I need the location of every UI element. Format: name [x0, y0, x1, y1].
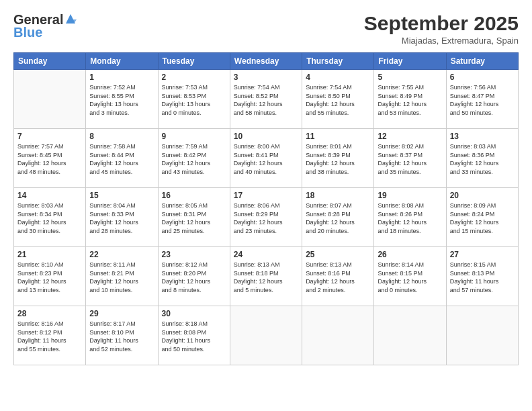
day-number: 27 — [450, 250, 515, 259]
day-header-thursday: Thursday — [302, 53, 374, 70]
calendar-cell: 4Sunrise: 7:54 AM Sunset: 8:50 PM Daylig… — [302, 70, 374, 129]
day-info: Sunrise: 8:16 AM Sunset: 8:12 PM Dayligh… — [17, 320, 82, 353]
calendar-cell: 8Sunrise: 7:58 AM Sunset: 8:44 PM Daylig… — [86, 129, 158, 188]
calendar-header-row: SundayMondayTuesdayWednesdayThursdayFrid… — [14, 53, 519, 70]
calendar-cell: 1Sunrise: 7:52 AM Sunset: 8:55 PM Daylig… — [86, 70, 158, 129]
day-header-saturday: Saturday — [446, 53, 518, 70]
day-header-wednesday: Wednesday — [230, 53, 302, 70]
day-number: 24 — [234, 250, 298, 259]
day-number: 13 — [450, 132, 515, 141]
day-info: Sunrise: 8:07 AM Sunset: 8:28 PM Dayligh… — [306, 201, 370, 235]
calendar-cell: 3Sunrise: 7:54 AM Sunset: 8:52 PM Daylig… — [230, 70, 302, 129]
day-info: Sunrise: 8:02 AM Sunset: 8:37 PM Dayligh… — [378, 142, 442, 176]
day-info: Sunrise: 8:08 AM Sunset: 8:26 PM Dayligh… — [378, 201, 442, 235]
calendar-cell: 30Sunrise: 8:18 AM Sunset: 8:08 PM Dayli… — [158, 306, 230, 365]
day-number: 12 — [378, 132, 442, 141]
day-number: 9 — [162, 132, 226, 141]
calendar-cell: 26Sunrise: 8:14 AM Sunset: 8:15 PM Dayli… — [374, 247, 446, 306]
day-number: 25 — [306, 250, 370, 259]
day-number: 11 — [306, 132, 370, 141]
day-number: 20 — [450, 191, 515, 200]
title-block: September 2025 Miajadas, Extremadura, Sp… — [364, 12, 519, 46]
logo: General Blue — [13, 12, 77, 40]
day-number: 23 — [162, 250, 226, 259]
day-number: 15 — [89, 191, 154, 200]
day-info: Sunrise: 8:06 AM Sunset: 8:29 PM Dayligh… — [234, 201, 298, 235]
calendar-cell: 10Sunrise: 8:00 AM Sunset: 8:41 PM Dayli… — [230, 129, 302, 188]
calendar-cell: 13Sunrise: 8:03 AM Sunset: 8:36 PM Dayli… — [446, 129, 518, 188]
day-number: 28 — [17, 309, 82, 318]
calendar-cell — [302, 306, 374, 365]
calendar-cell — [230, 306, 302, 365]
calendar-cell: 16Sunrise: 8:05 AM Sunset: 8:31 PM Dayli… — [158, 188, 230, 247]
calendar-cell: 29Sunrise: 8:17 AM Sunset: 8:10 PM Dayli… — [86, 306, 158, 365]
calendar-cell: 28Sunrise: 8:16 AM Sunset: 8:12 PM Dayli… — [14, 306, 86, 365]
calendar-cell: 23Sunrise: 8:12 AM Sunset: 8:20 PM Dayli… — [158, 247, 230, 306]
calendar-cell — [446, 306, 518, 365]
day-info: Sunrise: 8:03 AM Sunset: 8:34 PM Dayligh… — [17, 201, 82, 235]
calendar-week-4: 28Sunrise: 8:16 AM Sunset: 8:12 PM Dayli… — [14, 306, 519, 365]
logo-blue: Blue — [13, 25, 42, 40]
calendar-cell: 22Sunrise: 8:11 AM Sunset: 8:21 PM Dayli… — [86, 247, 158, 306]
day-info: Sunrise: 8:04 AM Sunset: 8:33 PM Dayligh… — [89, 201, 154, 235]
day-number: 4 — [306, 73, 370, 82]
calendar-cell: 14Sunrise: 8:03 AM Sunset: 8:34 PM Dayli… — [14, 188, 86, 247]
calendar-cell: 6Sunrise: 7:56 AM Sunset: 8:47 PM Daylig… — [446, 70, 518, 129]
day-info: Sunrise: 8:11 AM Sunset: 8:21 PM Dayligh… — [89, 261, 154, 294]
day-info: Sunrise: 7:56 AM Sunset: 8:47 PM Dayligh… — [450, 83, 515, 117]
day-info: Sunrise: 8:05 AM Sunset: 8:31 PM Dayligh… — [162, 201, 226, 235]
calendar-week-2: 14Sunrise: 8:03 AM Sunset: 8:34 PM Dayli… — [14, 188, 519, 247]
day-info: Sunrise: 7:54 AM Sunset: 8:50 PM Dayligh… — [306, 83, 370, 117]
day-number: 14 — [17, 191, 82, 200]
day-header-tuesday: Tuesday — [158, 53, 230, 70]
day-info: Sunrise: 8:13 AM Sunset: 8:16 PM Dayligh… — [306, 261, 370, 294]
day-header-friday: Friday — [374, 53, 446, 70]
day-info: Sunrise: 7:59 AM Sunset: 8:42 PM Dayligh… — [162, 142, 226, 176]
day-info: Sunrise: 8:14 AM Sunset: 8:15 PM Dayligh… — [378, 261, 442, 294]
day-info: Sunrise: 7:54 AM Sunset: 8:52 PM Dayligh… — [234, 83, 298, 117]
calendar-week-0: 1Sunrise: 7:52 AM Sunset: 8:55 PM Daylig… — [14, 70, 519, 129]
day-number: 5 — [378, 73, 442, 82]
calendar-cell — [374, 306, 446, 365]
calendar-cell: 2Sunrise: 7:53 AM Sunset: 8:53 PM Daylig… — [158, 70, 230, 129]
calendar-cell: 12Sunrise: 8:02 AM Sunset: 8:37 PM Dayli… — [374, 129, 446, 188]
calendar-cell: 17Sunrise: 8:06 AM Sunset: 8:29 PM Dayli… — [230, 188, 302, 247]
page: General Blue September 2025 Miajadas, Ex… — [0, 0, 532, 411]
day-number: 8 — [89, 132, 154, 141]
calendar-cell: 27Sunrise: 8:15 AM Sunset: 8:13 PM Dayli… — [446, 247, 518, 306]
calendar-cell: 24Sunrise: 8:13 AM Sunset: 8:18 PM Dayli… — [230, 247, 302, 306]
day-number: 18 — [306, 191, 370, 200]
day-info: Sunrise: 7:52 AM Sunset: 8:55 PM Dayligh… — [89, 83, 154, 117]
day-number: 26 — [378, 250, 442, 259]
day-info: Sunrise: 7:58 AM Sunset: 8:44 PM Dayligh… — [89, 142, 154, 176]
calendar-cell: 5Sunrise: 7:55 AM Sunset: 8:49 PM Daylig… — [374, 70, 446, 129]
day-number: 21 — [17, 250, 82, 259]
month-title: September 2025 — [364, 12, 519, 34]
day-number: 19 — [378, 191, 442, 200]
day-info: Sunrise: 8:09 AM Sunset: 8:24 PM Dayligh… — [450, 201, 515, 235]
day-info: Sunrise: 8:10 AM Sunset: 8:23 PM Dayligh… — [17, 261, 82, 294]
calendar-week-1: 7Sunrise: 7:57 AM Sunset: 8:45 PM Daylig… — [14, 129, 519, 188]
day-number: 7 — [17, 132, 82, 141]
calendar-cell: 25Sunrise: 8:13 AM Sunset: 8:16 PM Dayli… — [302, 247, 374, 306]
day-number: 29 — [89, 309, 154, 318]
calendar-cell: 15Sunrise: 8:04 AM Sunset: 8:33 PM Dayli… — [86, 188, 158, 247]
day-number: 10 — [234, 132, 298, 141]
day-number: 3 — [234, 73, 298, 82]
calendar-cell: 21Sunrise: 8:10 AM Sunset: 8:23 PM Dayli… — [14, 247, 86, 306]
day-number: 22 — [89, 250, 154, 259]
calendar-cell: 11Sunrise: 8:01 AM Sunset: 8:39 PM Dayli… — [302, 129, 374, 188]
day-number: 6 — [450, 73, 515, 82]
calendar-cell: 18Sunrise: 8:07 AM Sunset: 8:28 PM Dayli… — [302, 188, 374, 247]
day-info: Sunrise: 8:01 AM Sunset: 8:39 PM Dayligh… — [306, 142, 370, 176]
day-info: Sunrise: 7:55 AM Sunset: 8:49 PM Dayligh… — [378, 83, 442, 117]
day-info: Sunrise: 8:12 AM Sunset: 8:20 PM Dayligh… — [162, 261, 226, 294]
day-info: Sunrise: 8:17 AM Sunset: 8:10 PM Dayligh… — [89, 320, 154, 353]
day-info: Sunrise: 8:18 AM Sunset: 8:08 PM Dayligh… — [162, 320, 226, 353]
day-number: 17 — [234, 191, 298, 200]
day-info: Sunrise: 7:57 AM Sunset: 8:45 PM Dayligh… — [17, 142, 82, 176]
calendar-cell: 9Sunrise: 7:59 AM Sunset: 8:42 PM Daylig… — [158, 129, 230, 188]
day-number: 30 — [162, 309, 226, 318]
day-info: Sunrise: 8:15 AM Sunset: 8:13 PM Dayligh… — [450, 261, 515, 294]
location-subtitle: Miajadas, Extremadura, Spain — [364, 36, 519, 46]
